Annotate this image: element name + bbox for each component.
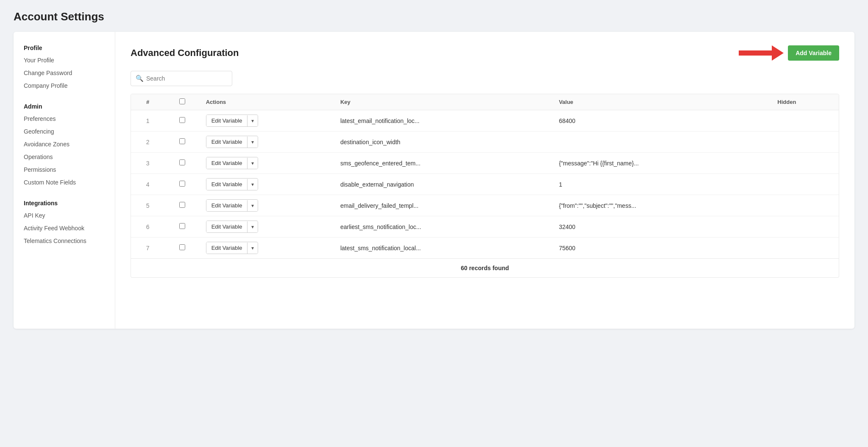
row-checkbox[interactable] <box>179 181 185 187</box>
records-count: 60 records found <box>131 258 839 277</box>
row-key: earliest_sms_notification_loc... <box>334 216 553 237</box>
row-checkbox[interactable] <box>179 223 185 229</box>
col-hidden-header: Hidden <box>771 94 839 110</box>
sidebar-item-avoidance-zones[interactable]: Avoidance Zones <box>14 138 115 151</box>
sidebar-item-permissions[interactable]: Permissions <box>14 163 115 176</box>
edit-variable-btn-wrap: Edit Variable▾ <box>206 136 259 148</box>
edit-variable-dropdown[interactable]: ▾ <box>247 158 258 169</box>
row-actions: Edit Variable▾ <box>200 110 334 131</box>
table-row: 7Edit Variable▾latest_sms_notification_l… <box>131 237 839 259</box>
sidebar-item-operations[interactable]: Operations <box>14 151 115 163</box>
row-checkbox[interactable] <box>179 159 185 165</box>
row-key: latest_email_notification_loc... <box>334 110 553 131</box>
sidebar-section-header: Admin <box>14 101 115 112</box>
col-value-header: Value <box>553 94 772 110</box>
sidebar-section-admin: AdminPreferencesGeofencingAvoidance Zone… <box>14 101 115 189</box>
search-input[interactable] <box>131 71 232 86</box>
row-checkbox[interactable] <box>179 244 185 250</box>
edit-variable-dropdown[interactable]: ▾ <box>247 137 258 148</box>
table-row: 3Edit Variable▾sms_geofence_entered_tem.… <box>131 153 839 174</box>
row-hidden <box>771 195 839 216</box>
row-hidden <box>771 131 839 153</box>
sidebar-section-profile: ProfileYour ProfileChange PasswordCompan… <box>14 42 115 92</box>
content-title: Advanced Configuration <box>131 47 239 59</box>
sidebar-item-company-profile[interactable]: Company Profile <box>14 79 115 92</box>
row-checkbox-cell <box>164 237 200 259</box>
row-num: 6 <box>131 216 164 237</box>
sidebar-section-header: Integrations <box>14 197 115 209</box>
edit-variable-button[interactable]: Edit Variable <box>206 221 248 232</box>
arrow-icon <box>739 45 784 61</box>
row-num: 1 <box>131 110 164 131</box>
edit-variable-button[interactable]: Edit Variable <box>206 200 248 211</box>
row-checkbox[interactable] <box>179 202 185 208</box>
row-value: 32400 <box>553 216 772 237</box>
content-area: Advanced Configuration Add Variable 🔍 # <box>115 32 854 329</box>
edit-variable-dropdown[interactable]: ▾ <box>247 221 258 232</box>
edit-variable-button[interactable]: Edit Variable <box>206 136 248 148</box>
sidebar-item-custom-note-fields[interactable]: Custom Note Fields <box>14 176 115 189</box>
row-checkbox-cell <box>164 174 200 195</box>
search-icon: 🔍 <box>136 75 144 82</box>
content-header: Advanced Configuration Add Variable <box>131 45 839 61</box>
row-hidden <box>771 110 839 131</box>
edit-variable-dropdown[interactable]: ▾ <box>247 200 258 211</box>
col-check-header <box>164 94 200 110</box>
row-actions: Edit Variable▾ <box>200 216 334 237</box>
row-checkbox[interactable] <box>179 117 185 123</box>
row-checkbox-cell <box>164 216 200 237</box>
row-key: sms_geofence_entered_tem... <box>334 153 553 174</box>
sidebar: ProfileYour ProfileChange PasswordCompan… <box>14 32 115 329</box>
sidebar-item-activity-feed-webhook[interactable]: Activity Feed Webhook <box>14 222 115 235</box>
row-num: 7 <box>131 237 164 259</box>
col-num-header: # <box>131 94 164 110</box>
sidebar-item-your-profile[interactable]: Your Profile <box>14 54 115 67</box>
edit-variable-button[interactable]: Edit Variable <box>206 179 248 190</box>
row-hidden <box>771 237 839 259</box>
row-value <box>553 131 772 153</box>
main-card: ProfileYour ProfileChange PasswordCompan… <box>14 32 854 329</box>
sidebar-item-change-password[interactable]: Change Password <box>14 67 115 79</box>
edit-variable-dropdown[interactable]: ▾ <box>247 115 258 126</box>
row-actions: Edit Variable▾ <box>200 131 334 153</box>
row-checkbox-cell <box>164 110 200 131</box>
row-key: email_delivery_failed_templ... <box>334 195 553 216</box>
row-hidden <box>771 174 839 195</box>
edit-variable-button[interactable]: Edit Variable <box>206 115 248 126</box>
add-variable-button[interactable]: Add Variable <box>788 45 839 61</box>
row-value: 1 <box>553 174 772 195</box>
row-hidden <box>771 216 839 237</box>
row-num: 2 <box>131 131 164 153</box>
header-actions: Add Variable <box>739 45 839 61</box>
row-actions: Edit Variable▾ <box>200 195 334 216</box>
sidebar-item-geofencing[interactable]: Geofencing <box>14 125 115 138</box>
sidebar-item-preferences[interactable]: Preferences <box>14 112 115 125</box>
edit-variable-btn-wrap: Edit Variable▾ <box>206 199 259 212</box>
select-all-checkbox[interactable] <box>179 98 185 104</box>
row-value: 75600 <box>553 237 772 259</box>
edit-variable-btn-wrap: Edit Variable▾ <box>206 221 259 233</box>
row-num: 3 <box>131 153 164 174</box>
edit-variable-dropdown[interactable]: ▾ <box>247 243 258 254</box>
row-actions: Edit Variable▾ <box>200 174 334 195</box>
row-checkbox[interactable] <box>179 138 185 144</box>
variables-table: # Actions Key Value Hidden 1Edit Variabl… <box>131 94 839 278</box>
table-row: 6Edit Variable▾earliest_sms_notification… <box>131 216 839 237</box>
row-hidden <box>771 153 839 174</box>
sidebar-item-api-key[interactable]: API Key <box>14 209 115 222</box>
row-value: {"message":"Hi {{first_name}... <box>553 153 772 174</box>
sidebar-section-integrations: IntegrationsAPI KeyActivity Feed Webhook… <box>14 197 115 247</box>
edit-variable-button[interactable]: Edit Variable <box>206 242 248 254</box>
edit-variable-button[interactable]: Edit Variable <box>206 157 248 169</box>
col-actions-header: Actions <box>200 94 334 110</box>
sidebar-item-telematics-connections[interactable]: Telematics Connections <box>14 235 115 247</box>
row-actions: Edit Variable▾ <box>200 153 334 174</box>
table-row: 4Edit Variable▾disable_external_navigati… <box>131 174 839 195</box>
row-num: 5 <box>131 195 164 216</box>
table-row: 5Edit Variable▾email_delivery_failed_tem… <box>131 195 839 216</box>
sidebar-section-header: Profile <box>14 42 115 54</box>
row-value: 68400 <box>553 110 772 131</box>
row-num: 4 <box>131 174 164 195</box>
edit-variable-dropdown[interactable]: ▾ <box>247 179 258 190</box>
edit-variable-btn-wrap: Edit Variable▾ <box>206 242 259 254</box>
